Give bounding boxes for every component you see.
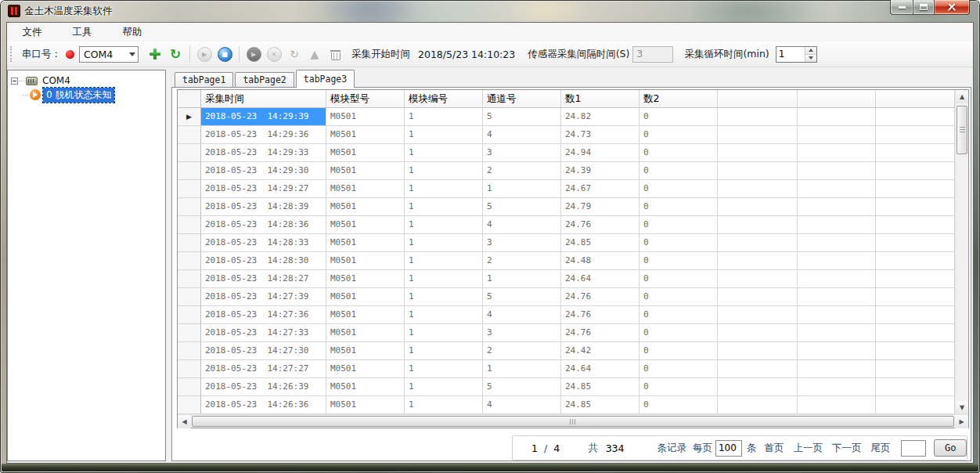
row-selector[interactable]: [178, 270, 201, 288]
tab-tabpage3[interactable]: tabPage3: [296, 70, 355, 88]
cell-channel[interactable]: 4: [483, 306, 561, 324]
scroll-down-button[interactable]: ▼: [956, 401, 968, 414]
cell-empty[interactable]: [798, 360, 876, 378]
cell-num1[interactable]: 24.42: [561, 342, 640, 360]
cell-channel[interactable]: 2: [483, 162, 561, 180]
stepper-up-button[interactable]: [805, 47, 816, 54]
row-selector[interactable]: [178, 306, 201, 324]
table-row[interactable]: 2018-05-23 14:27:30 M0501 1 2 24.42 0: [178, 342, 968, 360]
cell-empty[interactable]: [718, 180, 798, 198]
scroll-left-button[interactable]: ◀: [178, 415, 191, 428]
cell-num2[interactable]: 0: [640, 144, 718, 162]
row-selector[interactable]: [178, 378, 201, 396]
go-button[interactable]: Go: [934, 439, 967, 457]
table-row[interactable]: 2018-05-23 14:26:39 M0501 1 5 24.85 0: [178, 378, 968, 396]
cell-collect-time[interactable]: 2018-05-23 14:27:30: [201, 342, 326, 360]
cell-num1[interactable]: 24.64: [561, 360, 640, 378]
row-selector[interactable]: [178, 252, 201, 270]
close-button[interactable]: [935, 0, 970, 15]
cell-module-model[interactable]: M0501: [326, 234, 405, 252]
cell-num1[interactable]: 24.76: [561, 306, 640, 324]
cell-channel[interactable]: 3: [483, 324, 561, 342]
row-selector[interactable]: [178, 180, 201, 198]
cell-channel[interactable]: 1: [483, 360, 561, 378]
row-selector[interactable]: [178, 324, 201, 342]
cell-module-number[interactable]: 1: [405, 108, 483, 126]
cell-num1[interactable]: 24.85: [561, 234, 640, 252]
tree-node-module[interactable]: 0 脱机状态未知: [22, 88, 165, 102]
cell-empty[interactable]: [718, 108, 798, 126]
cell-channel[interactable]: 2: [483, 342, 561, 360]
table-row[interactable]: 2018-05-23 14:28:36 M0501 1 4 24.76 0: [178, 216, 968, 234]
cell-empty[interactable]: [876, 216, 955, 234]
cell-module-model[interactable]: M0501: [326, 342, 405, 360]
cell-empty[interactable]: [876, 180, 955, 198]
cell-empty[interactable]: [718, 126, 798, 144]
cell-channel[interactable]: 2: [483, 252, 561, 270]
table-row[interactable]: 2018-05-23 14:28:39 M0501 1 5 24.79 0: [178, 198, 968, 216]
maximize-button[interactable]: [913, 0, 935, 15]
cell-module-model[interactable]: M0501: [326, 306, 405, 324]
cell-module-model[interactable]: M0501: [326, 162, 405, 180]
cell-module-number[interactable]: 1: [405, 144, 483, 162]
cell-num2[interactable]: 0: [640, 180, 718, 198]
vertical-scroll-thumb[interactable]: [957, 106, 967, 154]
table-row[interactable]: 2018-05-23 14:27:27 M0501 1 1 24.64 0: [178, 360, 968, 378]
cell-num1[interactable]: 24.76: [561, 288, 640, 306]
cell-num1[interactable]: 24.64: [561, 270, 640, 288]
cell-empty[interactable]: [798, 342, 876, 360]
cell-collect-time[interactable]: 2018-05-23 14:29:30: [201, 162, 326, 180]
table-row[interactable]: 2018-05-23 14:29:33 M0501 1 3 24.94 0: [178, 144, 968, 162]
collapse-icon[interactable]: [11, 78, 18, 85]
cell-empty[interactable]: [718, 288, 798, 306]
table-row[interactable]: 2018-05-23 14:29:36 M0501 1 4 24.73 0: [178, 126, 968, 144]
horizontal-scroll-thumb[interactable]: [192, 416, 954, 427]
cell-collect-time[interactable]: 2018-05-23 14:29:27: [201, 180, 326, 198]
cell-empty[interactable]: [718, 324, 798, 342]
cell-empty[interactable]: [798, 396, 876, 414]
cell-empty[interactable]: [798, 306, 876, 324]
cell-module-number[interactable]: 1: [405, 396, 483, 414]
cell-module-model[interactable]: M0501: [326, 108, 405, 126]
cell-collect-time[interactable]: 2018-05-23 14:28:33: [201, 234, 326, 252]
cell-channel[interactable]: 5: [483, 288, 561, 306]
cell-channel[interactable]: 4: [483, 126, 561, 144]
row-selector[interactable]: [178, 162, 201, 180]
cell-module-number[interactable]: 1: [405, 126, 483, 144]
cell-num1[interactable]: 24.79: [561, 198, 640, 216]
cell-module-number[interactable]: 1: [405, 162, 483, 180]
tree-node-com4[interactable]: COM4: [8, 74, 165, 88]
row-selector[interactable]: [178, 126, 201, 144]
cell-channel[interactable]: 3: [483, 234, 561, 252]
perpage-input[interactable]: [715, 440, 742, 457]
cell-empty[interactable]: [718, 144, 798, 162]
cell-module-number[interactable]: 1: [405, 288, 483, 306]
cell-num1[interactable]: 24.76: [561, 324, 640, 342]
cell-num1[interactable]: 24.48: [561, 252, 640, 270]
cell-num2[interactable]: 0: [640, 378, 718, 396]
cell-empty[interactable]: [718, 396, 798, 414]
cell-collect-time[interactable]: 2018-05-23 14:27:36: [201, 306, 326, 324]
row-selector[interactable]: [178, 216, 201, 234]
cell-empty[interactable]: [718, 198, 798, 216]
cell-empty[interactable]: [876, 342, 955, 360]
cell-num1[interactable]: 24.67: [561, 180, 640, 198]
row-selector[interactable]: [178, 342, 201, 360]
cell-collect-time[interactable]: 2018-05-23 14:28:39: [201, 198, 326, 216]
scroll-right-button[interactable]: ▶: [955, 415, 968, 428]
row-selector[interactable]: [178, 234, 201, 252]
cell-num2[interactable]: 0: [640, 288, 718, 306]
reload-button[interactable]: ↻: [285, 45, 304, 63]
cell-module-number[interactable]: 1: [405, 270, 483, 288]
vertical-scrollbar[interactable]: ▲ ▼: [955, 90, 968, 414]
cell-collect-time[interactable]: 2018-05-23 14:26:39: [201, 378, 326, 396]
cell-channel[interactable]: 1: [483, 180, 561, 198]
cell-empty[interactable]: [718, 234, 798, 252]
tree-root-label[interactable]: COM4: [40, 74, 73, 87]
cell-channel[interactable]: 4: [483, 216, 561, 234]
cell-empty[interactable]: [876, 396, 955, 414]
cell-module-number[interactable]: 1: [405, 198, 483, 216]
cell-empty[interactable]: [876, 144, 955, 162]
cell-collect-time[interactable]: 2018-05-23 14:27:39: [201, 288, 326, 306]
table-row[interactable]: 2018-05-23 14:29:27 M0501 1 1 24.67 0: [178, 180, 968, 198]
